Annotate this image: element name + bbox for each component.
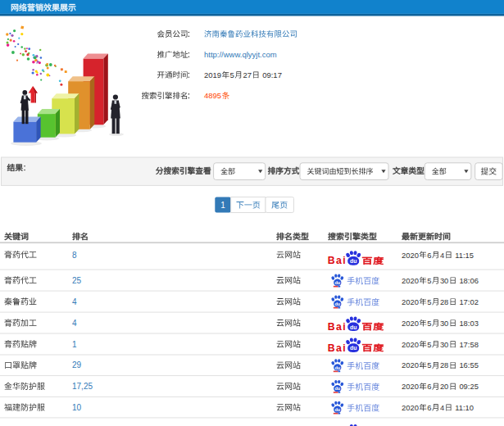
svg-text:Bai: Bai (328, 321, 347, 333)
svg-text:1: 1 (220, 201, 225, 210)
svg-text:http://www.qlyyjt.com: http://www.qlyyjt.com (204, 50, 277, 59)
svg-text:11:10: 11:10 (453, 403, 474, 412)
svg-text:5: 5 (427, 360, 431, 369)
svg-text:4895: 4895 (204, 91, 221, 100)
svg-text:2020: 2020 (402, 297, 419, 306)
svg-text:4: 4 (72, 319, 77, 328)
svg-text:09:17: 09:17 (261, 70, 282, 79)
svg-text:16:55: 16:55 (457, 360, 479, 369)
svg-text:du: du (334, 407, 340, 412)
svg-text:4: 4 (440, 251, 444, 260)
svg-text:5: 5 (427, 276, 431, 285)
svg-text:09:25: 09:25 (457, 382, 479, 391)
svg-text:du: du (334, 280, 340, 285)
svg-text:6: 6 (427, 251, 431, 260)
svg-text:6: 6 (427, 403, 431, 412)
svg-text:20: 20 (440, 382, 448, 391)
svg-text:2020: 2020 (402, 360, 419, 369)
svg-text:11:15: 11:15 (453, 251, 474, 260)
svg-text:2019: 2019 (204, 70, 221, 79)
svg-text:2020: 2020 (402, 319, 419, 328)
svg-text:5: 5 (427, 319, 431, 328)
svg-text:18:06: 18:06 (457, 276, 479, 285)
svg-text:5: 5 (230, 70, 234, 79)
svg-text:10: 10 (72, 403, 82, 412)
svg-text:17,25: 17,25 (72, 382, 93, 391)
svg-text:17:58: 17:58 (457, 340, 479, 349)
svg-text:25: 25 (72, 276, 82, 285)
svg-text:5: 5 (427, 297, 431, 306)
svg-text:du: du (350, 345, 357, 351)
svg-text:17:02: 17:02 (457, 297, 479, 306)
svg-text:18:03: 18:03 (457, 319, 479, 328)
svg-text:4: 4 (440, 403, 444, 412)
svg-text:8: 8 (72, 251, 77, 260)
svg-text:2020: 2020 (402, 276, 419, 285)
svg-text:29: 29 (72, 360, 82, 369)
svg-text:4: 4 (72, 297, 77, 306)
svg-text:30: 30 (440, 276, 448, 285)
svg-text:2020: 2020 (402, 382, 419, 391)
svg-text:28: 28 (440, 297, 448, 306)
svg-text:du: du (334, 386, 340, 391)
svg-text:2020: 2020 (402, 340, 419, 349)
svg-text:2020: 2020 (402, 403, 419, 412)
svg-text:du: du (350, 258, 357, 264)
svg-text:28: 28 (440, 360, 448, 369)
svg-text:30: 30 (440, 319, 448, 328)
svg-text:6: 6 (427, 382, 431, 391)
svg-text:Bai: Bai (328, 342, 347, 354)
svg-text:du: du (334, 301, 340, 306)
svg-text:30: 30 (440, 340, 448, 349)
svg-text:du: du (350, 324, 357, 330)
svg-text:5: 5 (427, 340, 431, 349)
svg-text:du: du (334, 365, 340, 370)
svg-text:2020: 2020 (402, 251, 419, 260)
svg-text:27: 27 (243, 70, 252, 79)
svg-text:1: 1 (72, 340, 77, 349)
svg-text:Bai: Bai (328, 255, 347, 266)
